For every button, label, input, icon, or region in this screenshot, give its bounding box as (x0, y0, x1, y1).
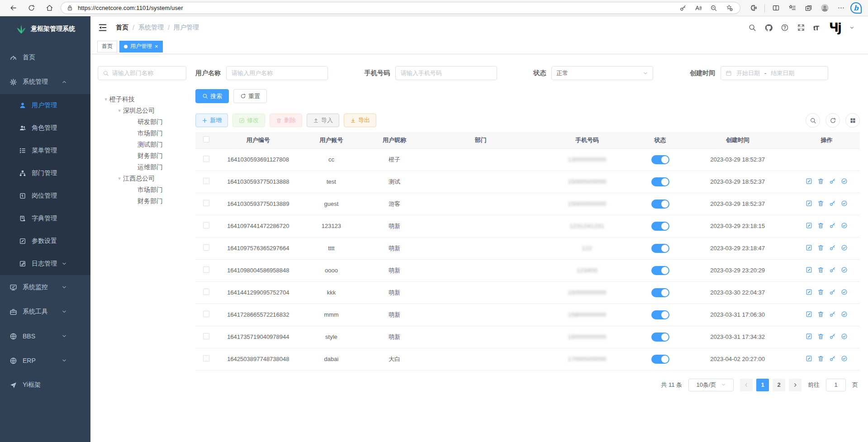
delete-row-icon[interactable] (817, 355, 824, 362)
tab-close-icon[interactable]: × (155, 43, 158, 49)
export-button[interactable]: 导出 (344, 114, 376, 127)
sidebar-item-menu-management[interactable]: 菜单管理 (0, 139, 90, 162)
delete-row-icon[interactable] (817, 266, 824, 273)
tree-node[interactable]: 财务部门 (98, 150, 186, 162)
app-logo[interactable]: 意框架管理系统 (0, 16, 90, 42)
row-checkbox[interactable] (203, 289, 209, 295)
status-toggle[interactable] (651, 244, 669, 253)
show-search-toggle-icon[interactable] (806, 113, 820, 128)
tree-node[interactable]: 财务部门 (98, 195, 186, 207)
split-screen-icon[interactable] (769, 1, 783, 15)
tree-node[interactable]: 运维部门 (98, 162, 186, 173)
status-toggle[interactable] (651, 155, 669, 164)
row-checkbox[interactable] (203, 178, 209, 184)
delete-row-icon[interactable] (817, 222, 824, 229)
tree-node[interactable]: 测试部门 (98, 139, 186, 150)
refresh-table-icon[interactable] (825, 113, 840, 128)
delete-row-icon[interactable] (817, 244, 824, 251)
status-toggle[interactable] (651, 310, 669, 319)
import-button[interactable]: 导入 (307, 114, 339, 127)
edit-row-icon[interactable] (806, 355, 812, 362)
sidebar-item-role-management[interactable]: 角色管理 (0, 117, 90, 139)
tree-node[interactable]: ▾江西总公司 (98, 173, 186, 184)
row-checkbox[interactable] (203, 266, 209, 273)
assign-role-icon[interactable] (841, 178, 848, 185)
reset-password-icon[interactable] (829, 355, 836, 362)
favorites-bar-icon[interactable] (785, 1, 799, 15)
sidebar-item-user-management[interactable]: 用户管理 (0, 94, 90, 117)
assign-role-icon[interactable] (841, 333, 848, 340)
status-toggle[interactable] (651, 177, 669, 186)
address-bar[interactable]: https://ccnetcore.com:1101/system/user (61, 2, 740, 14)
caret-down-icon[interactable]: ▾ (102, 96, 109, 102)
breadcrumb-home[interactable]: 首页 (116, 24, 128, 32)
delete-row-icon[interactable] (817, 311, 824, 318)
assign-role-icon[interactable] (841, 222, 848, 229)
edit-row-icon[interactable] (806, 178, 812, 185)
avatar-caret-icon[interactable] (849, 25, 854, 30)
assign-role-icon[interactable] (841, 355, 848, 362)
delete-row-icon[interactable] (817, 178, 824, 185)
edit-row-icon[interactable] (806, 311, 812, 318)
caret-down-icon[interactable]: ▾ (116, 108, 123, 114)
header-search-icon[interactable] (748, 24, 757, 32)
tab-home[interactable]: 首页 (97, 41, 117, 52)
edit-row-icon[interactable] (806, 222, 812, 229)
sidebar-item-home[interactable]: 首页 (0, 45, 90, 70)
status-toggle[interactable] (651, 333, 669, 342)
start-date-placeholder[interactable]: 开始日期 (736, 69, 760, 77)
read-aloud-icon[interactable] (693, 3, 704, 14)
assign-role-icon[interactable] (841, 244, 848, 251)
sidebar-item-bbs[interactable]: BBS (0, 324, 90, 348)
assign-role-icon[interactable] (841, 289, 848, 295)
end-date-placeholder[interactable]: 结束日期 (771, 69, 794, 77)
edit-row-icon[interactable] (806, 200, 812, 207)
sidebar-item-system-monitor[interactable]: 系统监控 (0, 275, 90, 299)
sidebar-item-system-management[interactable]: 系统管理 (0, 70, 90, 94)
browser-profile-avatar[interactable] (818, 1, 831, 15)
row-checkbox[interactable] (203, 222, 209, 228)
breadcrumb-system[interactable]: 系统管理 (138, 24, 164, 32)
page-button-1[interactable]: 1 (756, 379, 769, 391)
select-all-checkbox[interactable] (203, 136, 209, 143)
tab-user-management[interactable]: 用户管理 × (119, 41, 163, 52)
help-icon[interactable] (781, 24, 789, 32)
modify-button[interactable]: 修改 (232, 114, 265, 127)
breadcrumb-user[interactable]: 用户管理 (174, 24, 199, 32)
row-checkbox[interactable] (203, 311, 209, 317)
reset-password-icon[interactable] (829, 311, 836, 318)
font-size-icon[interactable]: tT (813, 24, 819, 32)
delete-button[interactable]: 删除 (270, 114, 302, 127)
reset-password-icon[interactable] (829, 333, 836, 340)
sidebar-item-parameter-settings[interactable]: 参数设置 (0, 230, 90, 252)
status-toggle[interactable] (651, 288, 669, 297)
zoom-out-icon[interactable] (708, 3, 719, 14)
reset-button[interactable]: 重置 (233, 89, 267, 103)
row-checkbox[interactable] (203, 355, 209, 361)
github-icon[interactable] (764, 24, 773, 32)
row-checkbox[interactable] (203, 200, 209, 206)
add-button[interactable]: 新增 (195, 114, 228, 127)
reset-password-icon[interactable] (829, 222, 836, 229)
browser-home-button[interactable] (43, 1, 56, 15)
page-button-2[interactable]: 2 (773, 379, 785, 391)
column-settings-icon[interactable] (845, 113, 860, 128)
bing-chat-icon[interactable]: b (850, 2, 862, 14)
status-toggle[interactable] (651, 355, 669, 364)
edit-row-icon[interactable] (806, 244, 812, 251)
sidebar-fold-icon[interactable] (98, 23, 108, 33)
page-size-select[interactable]: 10条/页 (688, 379, 734, 391)
browser-menu-icon[interactable] (834, 1, 848, 15)
row-checkbox[interactable] (203, 156, 209, 162)
delete-row-icon[interactable] (817, 333, 824, 340)
sidebar-item-erp[interactable]: ERP (0, 348, 90, 373)
sidebar-item-dict-management[interactable]: 字典管理 (0, 207, 90, 230)
tree-node[interactable]: 研发部门 (98, 116, 186, 128)
fullscreen-icon[interactable] (797, 24, 806, 32)
favorite-star-icon[interactable] (724, 3, 735, 14)
reset-password-icon[interactable] (829, 266, 836, 273)
url-text[interactable]: https://ccnetcore.com:1101/system/user (78, 5, 673, 11)
status-toggle[interactable] (651, 222, 669, 231)
assign-role-icon[interactable] (841, 311, 848, 318)
reset-password-icon[interactable] (829, 178, 836, 185)
